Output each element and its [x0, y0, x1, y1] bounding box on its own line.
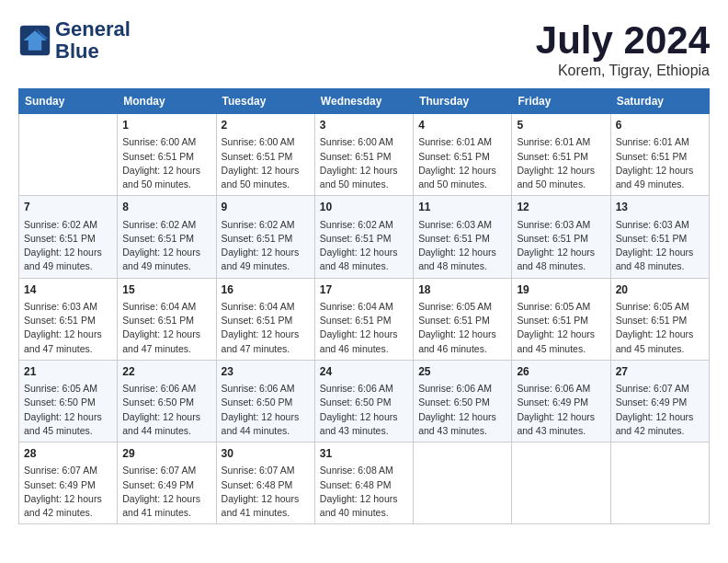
- header-cell-friday: Friday: [512, 89, 610, 114]
- day-info: Sunrise: 6:00 AM Sunset: 6:51 PM Dayligh…: [122, 135, 210, 191]
- day-info: Sunrise: 6:06 AM Sunset: 6:50 PM Dayligh…: [122, 382, 210, 438]
- day-cell: 17Sunrise: 6:04 AM Sunset: 6:51 PM Dayli…: [314, 278, 413, 360]
- day-number: 31: [320, 446, 408, 462]
- day-number: 15: [122, 282, 210, 298]
- day-info: Sunrise: 6:01 AM Sunset: 6:51 PM Dayligh…: [616, 135, 704, 191]
- day-number: 29: [122, 446, 210, 462]
- day-number: 1: [122, 118, 210, 133]
- day-info: Sunrise: 6:02 AM Sunset: 6:51 PM Dayligh…: [320, 218, 408, 274]
- day-cell: 19Sunrise: 6:05 AM Sunset: 6:51 PM Dayli…: [512, 278, 610, 360]
- day-cell: 7Sunrise: 6:02 AM Sunset: 6:51 PM Daylig…: [19, 196, 118, 278]
- day-cell: 20Sunrise: 6:05 AM Sunset: 6:51 PM Dayli…: [610, 278, 709, 360]
- day-number: 6: [616, 118, 704, 133]
- day-info: Sunrise: 6:01 AM Sunset: 6:51 PM Dayligh…: [418, 135, 506, 191]
- week-row-4: 21Sunrise: 6:05 AM Sunset: 6:50 PM Dayli…: [19, 360, 710, 442]
- day-cell: 9Sunrise: 6:02 AM Sunset: 6:51 PM Daylig…: [216, 196, 314, 278]
- day-info: Sunrise: 6:03 AM Sunset: 6:51 PM Dayligh…: [517, 218, 605, 274]
- day-number: 18: [418, 282, 506, 298]
- week-row-1: 1Sunrise: 6:00 AM Sunset: 6:51 PM Daylig…: [19, 114, 710, 196]
- day-cell: [610, 442, 709, 524]
- day-number: 30: [222, 446, 310, 462]
- day-cell: 3Sunrise: 6:00 AM Sunset: 6:51 PM Daylig…: [314, 114, 413, 196]
- day-number: 27: [616, 364, 704, 380]
- day-cell: [512, 442, 610, 524]
- day-info: Sunrise: 6:03 AM Sunset: 6:51 PM Dayligh…: [24, 300, 112, 356]
- day-info: Sunrise: 6:05 AM Sunset: 6:50 PM Dayligh…: [24, 382, 112, 438]
- day-cell: 28Sunrise: 6:07 AM Sunset: 6:49 PM Dayli…: [19, 442, 118, 524]
- day-number: 24: [320, 364, 408, 380]
- day-cell: 23Sunrise: 6:06 AM Sunset: 6:50 PM Dayli…: [216, 360, 314, 442]
- day-cell: 12Sunrise: 6:03 AM Sunset: 6:51 PM Dayli…: [512, 196, 610, 278]
- day-cell: 6Sunrise: 6:01 AM Sunset: 6:51 PM Daylig…: [610, 114, 709, 196]
- day-info: Sunrise: 6:02 AM Sunset: 6:51 PM Dayligh…: [122, 218, 210, 274]
- day-info: Sunrise: 6:06 AM Sunset: 6:50 PM Dayligh…: [418, 382, 506, 438]
- day-cell: 15Sunrise: 6:04 AM Sunset: 6:51 PM Dayli…: [118, 278, 216, 360]
- day-number: 17: [320, 282, 408, 298]
- day-number: 3: [320, 118, 408, 133]
- day-info: Sunrise: 6:01 AM Sunset: 6:51 PM Dayligh…: [517, 135, 605, 191]
- week-row-3: 14Sunrise: 6:03 AM Sunset: 6:51 PM Dayli…: [19, 278, 710, 360]
- day-number: 26: [517, 364, 605, 380]
- day-info: Sunrise: 6:00 AM Sunset: 6:51 PM Dayligh…: [222, 135, 310, 191]
- day-info: Sunrise: 6:06 AM Sunset: 6:50 PM Dayligh…: [222, 382, 310, 438]
- day-cell: 14Sunrise: 6:03 AM Sunset: 6:51 PM Dayli…: [19, 278, 118, 360]
- day-info: Sunrise: 6:03 AM Sunset: 6:51 PM Dayligh…: [418, 218, 506, 274]
- logo: General Blue: [18, 18, 131, 63]
- header-cell-thursday: Thursday: [414, 89, 512, 114]
- day-number: 2: [222, 118, 310, 133]
- logo-icon: [18, 24, 51, 57]
- day-info: Sunrise: 6:00 AM Sunset: 6:51 PM Dayligh…: [320, 135, 408, 191]
- title-block: July 2024 Korem, Tigray, Ethiopia: [536, 18, 710, 79]
- day-cell: 27Sunrise: 6:07 AM Sunset: 6:49 PM Dayli…: [610, 360, 709, 442]
- day-cell: 18Sunrise: 6:05 AM Sunset: 6:51 PM Dayli…: [414, 278, 512, 360]
- week-row-5: 28Sunrise: 6:07 AM Sunset: 6:49 PM Dayli…: [19, 442, 710, 524]
- day-number: 21: [24, 364, 112, 380]
- day-info: Sunrise: 6:07 AM Sunset: 6:49 PM Dayligh…: [616, 382, 704, 438]
- day-cell: 31Sunrise: 6:08 AM Sunset: 6:48 PM Dayli…: [314, 442, 413, 524]
- day-cell: 2Sunrise: 6:00 AM Sunset: 6:51 PM Daylig…: [216, 114, 314, 196]
- sub-title: Korem, Tigray, Ethiopia: [536, 63, 710, 79]
- day-cell: 5Sunrise: 6:01 AM Sunset: 6:51 PM Daylig…: [512, 114, 610, 196]
- day-cell: 10Sunrise: 6:02 AM Sunset: 6:51 PM Dayli…: [314, 196, 413, 278]
- page-header: General Blue July 2024 Korem, Tigray, Et…: [18, 18, 710, 79]
- day-info: Sunrise: 6:06 AM Sunset: 6:49 PM Dayligh…: [517, 382, 605, 438]
- day-cell: 24Sunrise: 6:06 AM Sunset: 6:50 PM Dayli…: [314, 360, 413, 442]
- day-info: Sunrise: 6:03 AM Sunset: 6:51 PM Dayligh…: [616, 218, 704, 274]
- day-cell: 1Sunrise: 6:00 AM Sunset: 6:51 PM Daylig…: [118, 114, 216, 196]
- main-title: July 2024: [536, 18, 710, 63]
- day-cell: [414, 442, 512, 524]
- day-cell: 25Sunrise: 6:06 AM Sunset: 6:50 PM Dayli…: [414, 360, 512, 442]
- day-cell: 22Sunrise: 6:06 AM Sunset: 6:50 PM Dayli…: [118, 360, 216, 442]
- day-info: Sunrise: 6:08 AM Sunset: 6:48 PM Dayligh…: [320, 464, 408, 520]
- day-info: Sunrise: 6:07 AM Sunset: 6:48 PM Dayligh…: [222, 464, 310, 520]
- header-cell-sunday: Sunday: [19, 89, 118, 114]
- day-cell: 4Sunrise: 6:01 AM Sunset: 6:51 PM Daylig…: [414, 114, 512, 196]
- day-number: 22: [122, 364, 210, 380]
- day-info: Sunrise: 6:05 AM Sunset: 6:51 PM Dayligh…: [517, 300, 605, 356]
- day-cell: [19, 114, 118, 196]
- day-number: 4: [418, 118, 506, 133]
- day-cell: 11Sunrise: 6:03 AM Sunset: 6:51 PM Dayli…: [414, 196, 512, 278]
- day-cell: 16Sunrise: 6:04 AM Sunset: 6:51 PM Dayli…: [216, 278, 314, 360]
- day-number: 9: [222, 200, 310, 215]
- header-cell-wednesday: Wednesday: [314, 89, 413, 114]
- day-info: Sunrise: 6:04 AM Sunset: 6:51 PM Dayligh…: [320, 300, 408, 356]
- day-number: 12: [517, 200, 605, 215]
- header-cell-saturday: Saturday: [610, 89, 709, 114]
- week-row-2: 7Sunrise: 6:02 AM Sunset: 6:51 PM Daylig…: [19, 196, 710, 278]
- day-info: Sunrise: 6:07 AM Sunset: 6:49 PM Dayligh…: [122, 464, 210, 520]
- day-cell: 8Sunrise: 6:02 AM Sunset: 6:51 PM Daylig…: [118, 196, 216, 278]
- day-cell: 21Sunrise: 6:05 AM Sunset: 6:50 PM Dayli…: [19, 360, 118, 442]
- day-cell: 29Sunrise: 6:07 AM Sunset: 6:49 PM Dayli…: [118, 442, 216, 524]
- day-number: 13: [616, 200, 704, 215]
- day-info: Sunrise: 6:05 AM Sunset: 6:51 PM Dayligh…: [418, 300, 506, 356]
- header-row: SundayMondayTuesdayWednesdayThursdayFrid…: [19, 89, 710, 114]
- header-cell-tuesday: Tuesday: [216, 89, 314, 114]
- day-cell: 13Sunrise: 6:03 AM Sunset: 6:51 PM Dayli…: [610, 196, 709, 278]
- day-number: 23: [222, 364, 310, 380]
- day-number: 19: [517, 282, 605, 298]
- day-info: Sunrise: 6:06 AM Sunset: 6:50 PM Dayligh…: [320, 382, 408, 438]
- day-cell: 26Sunrise: 6:06 AM Sunset: 6:49 PM Dayli…: [512, 360, 610, 442]
- day-info: Sunrise: 6:07 AM Sunset: 6:49 PM Dayligh…: [24, 464, 112, 520]
- day-number: 7: [24, 200, 112, 215]
